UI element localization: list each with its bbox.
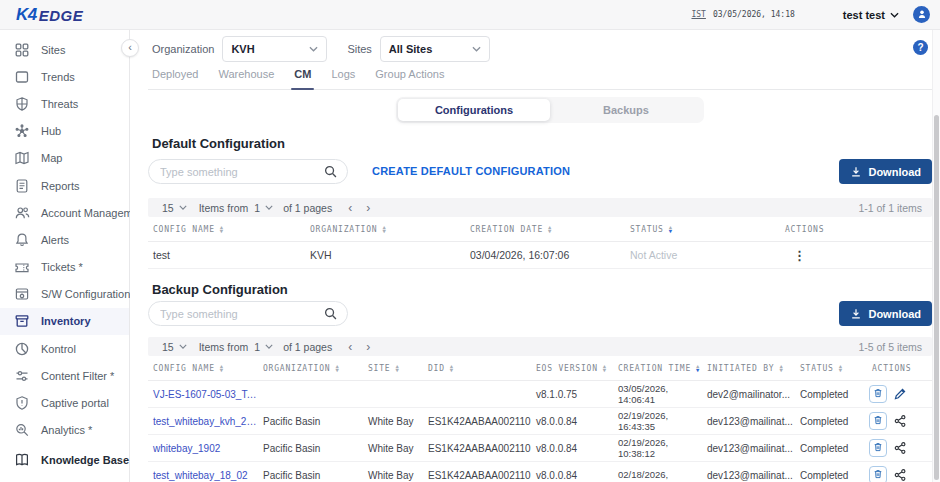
sort-icon[interactable]: ▲▼ bbox=[696, 364, 700, 373]
sidebar-item-hub[interactable]: Hub bbox=[0, 118, 129, 145]
chevron-down-icon bbox=[265, 205, 273, 210]
top-right-cluster: IST 03/05/2026, 14:18 test test bbox=[691, 6, 930, 23]
sites-select[interactable]: All Sites bbox=[380, 36, 490, 62]
prev-page-arrow[interactable]: ‹ bbox=[348, 202, 352, 214]
default-download-button[interactable]: Download bbox=[839, 159, 932, 184]
prev-page-arrow[interactable]: ‹ bbox=[348, 341, 352, 353]
config-name-link[interactable]: test_whitebay_18_02 bbox=[148, 470, 258, 481]
table-row: VJ-ES-1607-05-03_Test v8.1.0.75 03/05/20… bbox=[148, 381, 932, 408]
creation-date-cell: 03/04/2026, 16:07:06 bbox=[465, 249, 625, 261]
sort-icon[interactable]: ▲▼ bbox=[220, 364, 224, 373]
sidebar-item-alerts[interactable]: Alerts bbox=[0, 226, 129, 253]
sort-icon[interactable]: ▲▼ bbox=[603, 364, 607, 373]
page-size-select[interactable]: 15 bbox=[162, 341, 187, 353]
organization-select[interactable]: KVH bbox=[222, 36, 327, 62]
delete-button[interactable] bbox=[869, 466, 887, 482]
create-default-configuration-link[interactable]: CREATE DEFAULT CONFIGURATION bbox=[372, 165, 570, 177]
sidebar-item-captive-portal[interactable]: Captive portal bbox=[0, 389, 129, 416]
sidebar-collapse-button[interactable]: ‹ bbox=[121, 39, 139, 57]
chevron-down-icon bbox=[472, 46, 481, 52]
sidebar-item-trends[interactable]: Trends bbox=[0, 63, 129, 90]
next-page-arrow[interactable]: › bbox=[366, 341, 370, 353]
page-size-select[interactable]: 15 bbox=[162, 202, 187, 214]
sidebar-item-map[interactable]: Map bbox=[0, 145, 129, 172]
sidebar-item-analytics[interactable]: Analytics * bbox=[0, 417, 129, 444]
delete-button[interactable] bbox=[869, 385, 887, 403]
main-content: ? Organization KVH Sites All Sites Deplo… bbox=[130, 30, 940, 482]
kontrol-dial-icon bbox=[14, 341, 30, 357]
sidebar-item-account-management[interactable]: Account Management bbox=[0, 199, 129, 226]
page-select[interactable]: 1 bbox=[254, 341, 273, 353]
scrollbar-thumb[interactable] bbox=[934, 115, 939, 480]
sw-config-icon bbox=[14, 286, 30, 302]
sidebar-item-sw-configuration[interactable]: S/W Configuration bbox=[0, 281, 129, 308]
logo-edge-text: EDGE bbox=[39, 7, 84, 24]
cm-tab-bar: Deployed Warehouse CM Logs Group Actions bbox=[148, 68, 932, 90]
sidebar-item-inventory[interactable]: Inventory bbox=[0, 308, 129, 335]
tab-logs[interactable]: Logs bbox=[331, 68, 355, 89]
sort-icon[interactable]: ▲▼ bbox=[382, 225, 386, 234]
tab-group-actions[interactable]: Group Actions bbox=[375, 68, 444, 89]
tab-cm[interactable]: CM bbox=[294, 68, 311, 89]
sidebar-item-kontrol[interactable]: Kontrol bbox=[0, 335, 129, 362]
download-icon bbox=[850, 308, 862, 320]
share-icon[interactable] bbox=[893, 441, 907, 455]
sort-icon[interactable]: ▲▼ bbox=[335, 364, 339, 373]
default-search-input[interactable] bbox=[149, 160, 347, 183]
app-window: K4 EDGE IST 03/05/2026, 14:18 test test … bbox=[0, 0, 940, 482]
tab-deployed[interactable]: Deployed bbox=[152, 68, 198, 89]
of-pages-label: of 1 pages bbox=[283, 202, 332, 214]
sidebar-item-reports[interactable]: Reports bbox=[0, 172, 129, 199]
backup-download-button[interactable]: Download bbox=[839, 301, 932, 326]
segment-backups[interactable]: Backups bbox=[550, 99, 702, 121]
sort-icon[interactable]: ▲▼ bbox=[450, 364, 454, 373]
sidebar-item-tickets[interactable]: Tickets * bbox=[0, 254, 129, 281]
table-row: whitebay_1902 Pacific Basin White Bay ES… bbox=[148, 435, 932, 462]
items-from-label: Items from bbox=[199, 202, 249, 214]
knowledge-base-book-icon bbox=[14, 452, 30, 468]
status-cell: Not Active bbox=[625, 249, 780, 261]
sidebar-item-content-filter[interactable]: Content Filter * bbox=[0, 362, 129, 389]
sort-icon[interactable]: ▲▼ bbox=[548, 225, 552, 234]
sort-icon[interactable]: ▲▼ bbox=[220, 225, 224, 234]
default-table-header: CONFIG NAME ▲▼ ORGANIZATION ▲▼ CREATION … bbox=[148, 217, 932, 242]
sidebar-item-sites[interactable]: Sites bbox=[0, 36, 129, 63]
config-name-link[interactable]: VJ-ES-1607-05-03_Test bbox=[148, 389, 258, 400]
k4edge-logo[interactable]: K4 EDGE bbox=[16, 5, 83, 25]
sort-icon[interactable]: ▲▼ bbox=[395, 364, 399, 373]
sidebar-item-knowledge-base[interactable]: Knowledge Base bbox=[0, 447, 129, 474]
user-menu[interactable]: test test bbox=[843, 9, 899, 21]
captive-portal-shield-icon bbox=[14, 395, 30, 411]
edit-pencil-icon[interactable] bbox=[893, 387, 907, 401]
ticket-icon bbox=[14, 259, 30, 275]
table-row: test KVH 03/04/2026, 16:07:06 Not Active… bbox=[148, 242, 932, 269]
search-icon[interactable] bbox=[323, 164, 338, 179]
table-row: test_whitebay_kvh_2026 Pacific Basin Whi… bbox=[148, 408, 932, 435]
vertical-scrollbar[interactable] bbox=[932, 30, 940, 482]
config-name-cell: test bbox=[148, 249, 305, 261]
trends-monitor-icon bbox=[14, 69, 30, 85]
user-avatar-icon[interactable] bbox=[913, 6, 930, 23]
backup-search-input[interactable] bbox=[149, 302, 347, 325]
sort-icon[interactable]: ▲▼ bbox=[669, 225, 673, 234]
delete-button[interactable] bbox=[869, 412, 887, 430]
delete-button[interactable] bbox=[869, 439, 887, 457]
kebab-menu-icon[interactable]: ⋮ bbox=[785, 248, 806, 263]
default-search bbox=[148, 159, 348, 184]
timezone-label[interactable]: IST bbox=[691, 10, 705, 19]
sort-icon[interactable]: ▲▼ bbox=[839, 364, 843, 373]
page-select[interactable]: 1 bbox=[254, 202, 273, 214]
share-icon[interactable] bbox=[893, 414, 907, 428]
reports-document-icon bbox=[14, 178, 30, 194]
help-icon[interactable]: ? bbox=[913, 40, 928, 55]
sort-icon[interactable]: ▲▼ bbox=[779, 364, 783, 373]
next-page-arrow[interactable]: › bbox=[366, 202, 370, 214]
default-config-controls: CREATE DEFAULT CONFIGURATION Download bbox=[148, 159, 932, 185]
tab-warehouse[interactable]: Warehouse bbox=[218, 68, 274, 89]
segment-configurations[interactable]: Configurations bbox=[398, 99, 550, 121]
config-name-link[interactable]: test_whitebay_kvh_2026 bbox=[148, 416, 258, 427]
share-icon[interactable] bbox=[893, 468, 907, 482]
config-name-link[interactable]: whitebay_1902 bbox=[148, 443, 258, 454]
sidebar-item-threats[interactable]: Threats bbox=[0, 90, 129, 117]
search-icon[interactable] bbox=[323, 306, 338, 321]
